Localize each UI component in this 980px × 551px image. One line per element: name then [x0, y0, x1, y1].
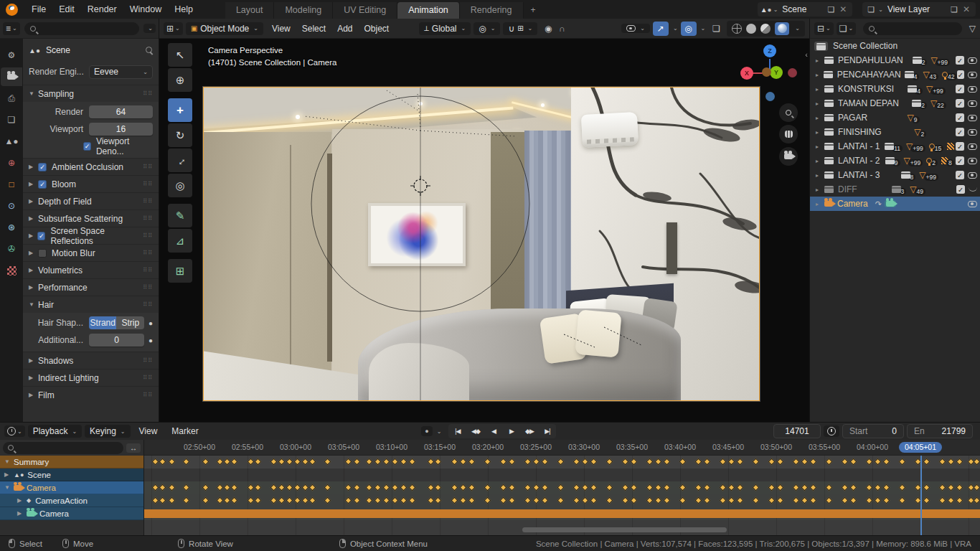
zoom-button[interactable] — [779, 103, 798, 122]
outliner-row[interactable]: ▸LANTAI - 29▽+9928✓ — [810, 154, 980, 168]
exclude-checkbox[interactable]: ✓ — [956, 156, 964, 165]
outliner-row[interactable]: ▸LANTAI - 38▽+99✓ — [810, 168, 980, 182]
properties-tab-tool[interactable]: ⚙ — [1, 46, 22, 65]
editor-type-button[interactable]: ⌄ — [4, 425, 25, 437]
panel-checkbox[interactable] — [38, 249, 47, 258]
viewport-menu-view[interactable]: View — [266, 22, 296, 36]
channel-arrow-icon[interactable]: ▶ — [4, 471, 14, 478]
disclosure-arrow-icon[interactable]: ▸ — [816, 86, 823, 93]
menu-window[interactable]: Window — [123, 4, 168, 14]
camera-view-button[interactable] — [779, 147, 798, 166]
animate-dot-icon[interactable]: ● — [149, 319, 153, 327]
exclude-checkbox[interactable]: ✓ — [957, 70, 964, 79]
panel-hair[interactable]: ▼ Hair ⠿⠿ — [23, 296, 159, 313]
exclude-checkbox[interactable]: ✓ — [956, 85, 964, 93]
tool-annotate[interactable]: ✎ — [168, 204, 192, 227]
auto-key-button[interactable]: ● — [421, 426, 432, 436]
render-samples-field[interactable]: 64 — [89, 105, 153, 118]
disclosure-arrow-icon[interactable]: ▸ — [816, 57, 823, 64]
timeline-ruler[interactable]: 02:50+0002:55+0003:00+0003:05+0003:10+00… — [144, 440, 980, 456]
pan-hand-button[interactable] — [779, 125, 798, 143]
tool-transform[interactable]: ◎ — [168, 174, 192, 197]
disclosure-arrow-icon[interactable]: ▸ — [816, 129, 823, 136]
auto-key-dropdown[interactable]: ⌄ — [437, 428, 442, 435]
tool-rotate[interactable]: ↻ — [168, 123, 192, 147]
shading-material-button[interactable] — [760, 24, 771, 34]
prev-keyframe-button[interactable]: ◀◆ — [466, 424, 484, 438]
horizontal-scrollbar[interactable] — [522, 527, 727, 532]
view-menu[interactable]: View — [133, 424, 164, 438]
visibility-dropdown[interactable]: ⌄ — [621, 24, 650, 33]
camera-frame[interactable] — [203, 87, 760, 401]
disclosure-arrow-icon[interactable]: ▸ — [816, 143, 823, 150]
eye-open-icon[interactable] — [968, 201, 977, 207]
outliner-search-input[interactable] — [863, 22, 962, 35]
render-engine-select[interactable]: Eevee ⌄ — [89, 65, 153, 79]
collection-label[interactable]: LANTAI - 3 — [838, 170, 880, 180]
channel-summary[interactable]: ▼Summary — [0, 456, 143, 468]
exclude-checkbox[interactable]: ✓ — [956, 113, 964, 122]
channel-search-input[interactable] — [3, 442, 123, 454]
keying-menu[interactable]: Keying⌄ — [85, 425, 130, 438]
camera-data-icon[interactable] — [885, 200, 896, 207]
panel-performance[interactable]: ▶Performance⠿⠿ — [23, 278, 159, 296]
eye-open-icon[interactable] — [968, 57, 977, 64]
disclosure-arrow-icon[interactable]: ▸ — [816, 115, 823, 121]
exclude-checkbox[interactable]: ✓ — [956, 99, 964, 108]
channel-arrow-icon[interactable]: ▼ — [4, 458, 14, 465]
new-scene-icon[interactable]: ❏ — [825, 5, 837, 14]
workspace-tab-animation[interactable]: Animation — [397, 2, 460, 19]
add-workspace-button[interactable]: + — [524, 2, 543, 19]
tool-select-tweak[interactable]: ↖ — [168, 43, 192, 67]
shading-solid-button[interactable] — [746, 24, 756, 34]
properties-tab-world[interactable]: ⊕ — [1, 154, 22, 172]
panel-indirect-lighting[interactable]: ▶Indirect Lighting⠿⠿ — [23, 369, 159, 386]
view-layer-selector[interactable]: ❏ ⌄ View Layer ❏ ✕ — [862, 2, 976, 17]
tool-measure[interactable]: ⊿ — [168, 229, 192, 253]
outliner-row[interactable]: ▸DIFF3▽49✓ — [810, 182, 980, 197]
panel-motion-blur[interactable]: ▶Motion Blur⠿⠿ — [23, 244, 159, 261]
eye-open-icon[interactable] — [968, 100, 977, 107]
current-frame-badge[interactable]: 04:05+01 — [899, 442, 942, 453]
pin-icon[interactable] — [146, 47, 153, 54]
channel-arrow-icon[interactable]: ▶ — [17, 497, 27, 504]
animate-dot-icon[interactable]: ● — [149, 336, 153, 344]
collection-label[interactable]: PENCAHAYAAN — [837, 70, 901, 80]
play-reverse-button[interactable]: ◀ — [484, 424, 502, 438]
gizmo-axis-y-neg[interactable] — [762, 67, 771, 77]
outliner-row[interactable]: ▸PAGAR▽9✓ — [810, 110, 980, 125]
collection-label[interactable]: LANTAI - 2 — [838, 156, 880, 166]
channel-arrow-icon[interactable]: ▼ — [4, 484, 14, 491]
exclude-checkbox[interactable]: ✓ — [956, 128, 964, 136]
frame-end-field[interactable]: En21799 — [907, 424, 973, 438]
collection-label[interactable]: PENDAHULUAN — [838, 55, 903, 65]
channel-arrow-icon[interactable]: ▶ — [17, 510, 27, 517]
editor-type-button[interactable]: ⊞⌄ — [164, 22, 183, 35]
properties-tab-object-data[interactable]: ✇ — [1, 240, 22, 258]
jump-first-button[interactable]: |◀ — [448, 424, 466, 438]
collection-label[interactable]: PAGAR — [838, 113, 867, 123]
outliner-display-mode[interactable]: ⊟⌄ — [814, 22, 834, 35]
gizmo-axis-z-neg[interactable] — [765, 92, 775, 101]
tool-add-cube[interactable]: ⊞ — [168, 259, 192, 283]
panel-sampling[interactable]: ▼ Sampling ⠿⠿ — [23, 85, 159, 102]
properties-tab-scene[interactable]: ▲● — [1, 132, 22, 151]
collection-label[interactable]: TAMAN DEPAN — [838, 98, 899, 108]
panel-checkbox[interactable]: ✓ — [38, 163, 47, 171]
panel-bloom[interactable]: ▶✓Bloom⠿⠿ — [23, 175, 159, 192]
panel-film[interactable]: ▶Film⠿⠿ — [23, 386, 159, 403]
eye-open-icon[interactable] — [968, 172, 977, 179]
channel-scene[interactable]: ▶▲●Scene — [0, 468, 143, 481]
gizmos-toggle[interactable]: ↗ — [653, 22, 669, 36]
viewport-samples-field[interactable]: 16 — [89, 123, 153, 136]
eye-open-icon[interactable] — [968, 86, 977, 93]
viewport-denoise-checkbox[interactable]: ✓ — [83, 142, 91, 151]
panel-ambient-occlusion[interactable]: ▶✓Ambient Occlusion⠿⠿ — [23, 158, 159, 175]
disclosure-arrow-icon[interactable]: ▸ — [816, 172, 823, 179]
unlink-scene-icon[interactable]: ✕ — [837, 4, 849, 14]
region-collapse-arrow[interactable]: ‹ — [805, 50, 808, 59]
properties-search-input[interactable] — [24, 22, 140, 35]
panel-depth-of-field[interactable]: ▶Depth of Field⠿⠿ — [23, 192, 159, 209]
new-view-layer-icon[interactable]: ❏ — [948, 5, 960, 14]
disclosure-arrow-icon[interactable]: ▸ — [816, 72, 822, 78]
